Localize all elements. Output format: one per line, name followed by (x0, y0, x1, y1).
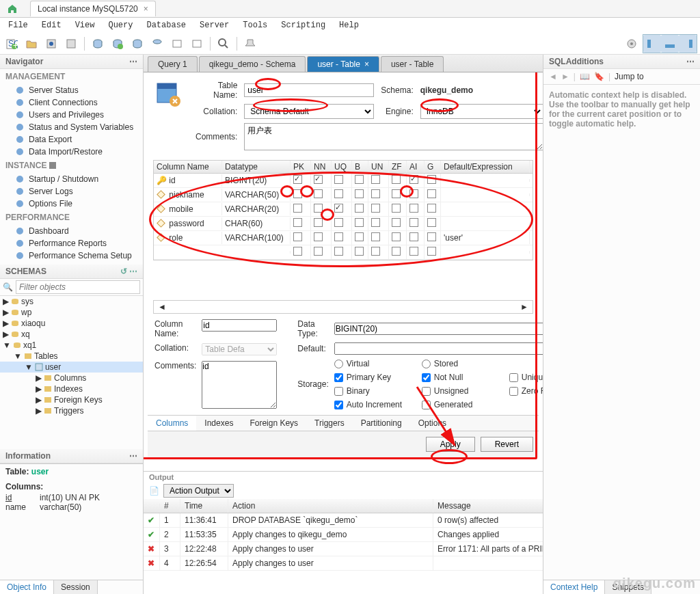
tool-icon-3[interactable] (42, 35, 60, 53)
subtab-fk[interactable]: Foreign Keys (241, 416, 306, 431)
close-icon[interactable]: × (144, 4, 148, 14)
schema-item[interactable]: ▶ xiaoqu (0, 318, 143, 329)
menu-server[interactable]: Server (194, 19, 234, 31)
column-row[interactable]: nicknameVARCHAR(50) (154, 188, 533, 202)
tool-icon-10[interactable] (188, 35, 206, 53)
nav-item[interactable]: Data Import/Restore (0, 146, 143, 158)
engine-select[interactable]: InnoDB (420, 104, 543, 119)
stored-radio[interactable]: Stored (422, 359, 504, 368)
data-type-input[interactable] (334, 323, 543, 335)
nav-item[interactable]: Status and System Variables (0, 121, 143, 133)
schema-item[interactable]: ▶ wp (0, 307, 143, 318)
nav-item[interactable]: Users and Privileges (0, 109, 143, 121)
gen-checkbox[interactable]: Generated (422, 400, 504, 409)
nav-item[interactable]: Client Connections (0, 96, 143, 109)
table-name-input[interactable] (244, 83, 374, 97)
object-info-tab[interactable]: Object Info (0, 580, 54, 594)
nav-item[interactable]: Startup / Shutdown (0, 173, 143, 185)
menu-view[interactable]: View (70, 19, 100, 31)
revert-button[interactable]: Revert (481, 437, 533, 452)
schema-item[interactable]: ▼ xq1 (0, 340, 143, 351)
default-input[interactable] (334, 342, 543, 355)
home-icon[interactable] (0, 0, 25, 18)
help-icon[interactable]: 📖 (580, 72, 590, 81)
nav-item[interactable]: Dashboard (0, 225, 143, 237)
output-row[interactable]: ✔111:36:41DROP DATABASE `qikegu_demo`0 r… (144, 513, 543, 528)
tool-icon-8[interactable] (148, 35, 166, 53)
menu-database[interactable]: Database (141, 19, 191, 31)
session-tab[interactable]: Session (54, 580, 98, 594)
comments-input[interactable]: 用户表 (244, 123, 543, 150)
nav-item[interactable]: Performance Schema Setup (0, 249, 143, 262)
menu-edit[interactable]: Edit (36, 19, 67, 31)
columns-folder[interactable]: ▶ Columns (0, 373, 143, 383)
menu-tools[interactable]: Tools (237, 19, 273, 31)
close-icon[interactable]: × (364, 59, 369, 69)
pk-checkbox[interactable]: Primary Key (334, 373, 416, 382)
subtab-columns[interactable]: Columns (148, 416, 196, 431)
tables-folder[interactable]: ▼ Tables (0, 351, 143, 362)
bin-checkbox[interactable]: Binary (334, 386, 416, 396)
column-row[interactable]: 🔑 idBIGINT(20) (154, 174, 533, 188)
new-sql-tab-icon[interactable]: SQL+ (3, 35, 21, 53)
uq-checkbox[interactable]: Unique (509, 373, 543, 382)
col-comments-input[interactable]: id (202, 361, 277, 409)
collation-select[interactable]: Schema Default (244, 104, 374, 119)
panel-toggle-bottom-icon[interactable] (661, 35, 679, 53)
subtab-options[interactable]: Options (410, 416, 455, 431)
column-name-input[interactable] (202, 319, 277, 332)
output-row[interactable]: ✖412:26:54Apply changes to user (144, 556, 543, 571)
open-sql-icon[interactable] (23, 35, 40, 53)
nav-fwd-icon[interactable]: ► (561, 72, 569, 81)
indexes-folder[interactable]: ▶ Indexes (0, 383, 143, 394)
menu-scripting[interactable]: Scripting (275, 19, 331, 31)
virtual-radio[interactable]: Virtual (334, 359, 416, 368)
menu-query[interactable]: Query (103, 19, 138, 31)
subtab-indexes[interactable]: Indexes (196, 416, 241, 431)
output-row[interactable]: ✔211:53:35Apply changes to qikegu_demoCh… (144, 528, 543, 542)
output-row[interactable]: ✖312:22:48Apply changes to userError 117… (144, 542, 543, 556)
schema-item[interactable]: ▶ xq (0, 329, 143, 340)
uns-checkbox[interactable]: Unsigned (422, 386, 504, 396)
table-user[interactable]: ▼ user (0, 362, 143, 373)
nn-checkbox[interactable]: Not Null (422, 373, 504, 382)
nav-back-icon[interactable]: ◄ (549, 72, 557, 81)
tool-icon-12[interactable] (241, 35, 259, 53)
tool-icon-7[interactable] (129, 35, 146, 53)
column-row[interactable]: passwordCHAR(60) (154, 217, 533, 231)
zf-checkbox[interactable]: Zero Fill (509, 386, 543, 396)
tool-icon-11[interactable] (215, 35, 232, 53)
tool-icon-9[interactable] (168, 35, 186, 53)
tool-icon-5[interactable] (89, 35, 107, 53)
fk-folder[interactable]: ▶ Foreign Keys (0, 394, 143, 405)
empty-column-row[interactable] (154, 245, 533, 260)
context-help-tab[interactable]: Context Help (543, 580, 605, 594)
subtab-partitioning[interactable]: Partitioning (353, 416, 410, 431)
nav-item[interactable]: Options File (0, 198, 143, 210)
panel-toggle-right-icon[interactable] (679, 35, 697, 53)
schema-item[interactable]: ▶ sys (0, 296, 143, 307)
help-toggle-icon[interactable]: 🔖 (594, 72, 604, 81)
filter-objects-input[interactable] (16, 280, 140, 294)
menu-help[interactable]: Help (334, 19, 364, 31)
panel-toggle-left-icon[interactable] (643, 35, 661, 53)
nav-item[interactable]: Performance Reports (0, 237, 143, 249)
subtab-triggers[interactable]: Triggers (306, 416, 353, 431)
triggers-folder[interactable]: ▶ Triggers (0, 405, 143, 416)
tab-schema[interactable]: qikegu_demo - Schema (199, 56, 306, 72)
apply-button[interactable]: Apply (426, 437, 475, 452)
nav-item[interactable]: Data Export (0, 133, 143, 146)
menu-file[interactable]: File (3, 19, 33, 31)
output-type-select[interactable]: Action Output (163, 484, 234, 498)
settings-icon[interactable] (623, 35, 641, 53)
tab-query1[interactable]: Query 1 (148, 56, 198, 72)
nav-item[interactable]: Server Status (0, 84, 143, 96)
nav-item[interactable]: Server Logs (0, 185, 143, 198)
column-row[interactable]: roleVARCHAR(100) 'user' (154, 231, 533, 245)
instance-tab[interactable]: Local instance MySQL5720 × (30, 1, 156, 16)
tool-icon-6[interactable] (109, 35, 126, 53)
tab-user-table-2[interactable]: user - Table (381, 56, 444, 72)
tool-icon-4[interactable] (62, 35, 80, 53)
column-row[interactable]: mobileVARCHAR(20) (154, 202, 533, 217)
ai-checkbox[interactable]: Auto Increment (334, 400, 416, 409)
